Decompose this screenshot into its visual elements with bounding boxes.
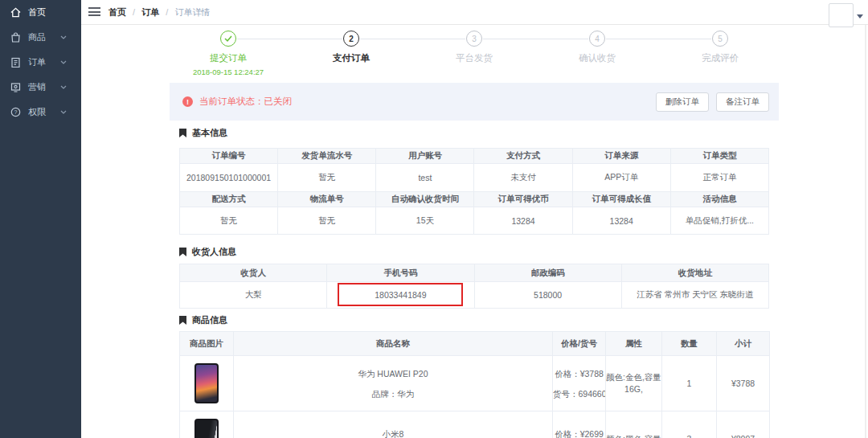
step-label: 提交订单 bbox=[176, 52, 280, 64]
step-number-circle: 3 bbox=[466, 31, 482, 47]
sidebar-item-home[interactable]: 首页 bbox=[0, 0, 81, 25]
header-cell: 价格/货号 bbox=[553, 332, 606, 356]
bookmark-icon bbox=[179, 248, 186, 256]
sidebar-item-label: 商品 bbox=[28, 31, 46, 43]
step-complete-review: 5 完成评价 bbox=[668, 31, 772, 64]
phone-highlight-annotation bbox=[338, 283, 463, 306]
receiver-info-title: 收货人信息 bbox=[179, 246, 236, 258]
header-cell: 订单类型 bbox=[670, 149, 768, 164]
product-price: 价格：¥2699 bbox=[553, 429, 605, 438]
step-number-circle: 2 bbox=[343, 31, 359, 47]
sidebar-item-product[interactable]: 商品 bbox=[0, 25, 81, 50]
product-attrs: 颜色:黑色,容量: bbox=[606, 433, 661, 438]
chevron-down-icon bbox=[60, 110, 67, 114]
logistics-sn-value: 暂无 bbox=[278, 207, 376, 235]
sidebar-item-label: 权限 bbox=[28, 106, 46, 118]
header-cell: 小计 bbox=[717, 332, 770, 356]
sidebar: 首页 商品 订单 营销 ? 权限 bbox=[0, 0, 81, 438]
topbar: 首页 / 订单 / 订单详情 bbox=[81, 0, 868, 25]
sidebar-item-label: 订单 bbox=[28, 56, 46, 68]
order-icon bbox=[10, 57, 21, 68]
avatar[interactable] bbox=[829, 3, 854, 27]
svg-text:?: ? bbox=[14, 109, 18, 115]
order-status-text: 当前订单状态：已关闭 bbox=[199, 96, 292, 108]
header-cell: 发货单流水号 bbox=[278, 149, 376, 164]
product-icon bbox=[10, 32, 21, 43]
order-sn-value: 201809150101000001 bbox=[180, 164, 278, 192]
note-order-button[interactable]: 备注订单 bbox=[716, 92, 769, 112]
header-cell: 商品图片 bbox=[180, 332, 234, 356]
promotion-info-value: 单品促销,打折优... bbox=[670, 207, 768, 235]
product-row: 小米8 价格：¥2699 颜色:黑色,容量: 3 ¥8097 bbox=[180, 411, 770, 438]
user-menu-caret-icon[interactable] bbox=[857, 14, 863, 18]
bookmark-icon bbox=[179, 316, 186, 325]
receiver-address-value: 江苏省 常州市 天宁区 东晓街道 bbox=[621, 282, 768, 309]
header-cell: 商品名称 bbox=[234, 332, 553, 356]
header-cell: 收货地址 bbox=[621, 264, 768, 282]
permission-icon: ? bbox=[10, 107, 21, 117]
product-name: 小米8 bbox=[234, 429, 552, 438]
chevron-down-icon bbox=[60, 85, 67, 89]
breadcrumb-separator: / bbox=[133, 7, 135, 17]
growth-value: 13284 bbox=[572, 207, 670, 235]
header-cell: 数量 bbox=[662, 332, 717, 356]
sidebar-item-permission[interactable]: ? 权限 bbox=[0, 100, 81, 125]
product-subtotal: ¥3788 bbox=[717, 356, 770, 411]
hamburger-icon[interactable] bbox=[88, 7, 100, 17]
product-info-table: 商品图片 商品名称 价格/货号 属性 数量 小计 华为 HUAWEI P20 品… bbox=[179, 331, 770, 438]
basic-info-title: 基本信息 bbox=[179, 127, 227, 139]
step-number-circle: 5 bbox=[712, 31, 728, 47]
pay-type-value: 未支付 bbox=[474, 164, 572, 192]
receiver-postcode-value: 518000 bbox=[474, 282, 621, 309]
delete-order-button[interactable]: 删除订单 bbox=[656, 92, 709, 112]
breadcrumb: 首页 / 订单 / 订单详情 bbox=[108, 0, 210, 24]
order-source-value: APP订单 bbox=[572, 164, 670, 192]
header-cell: 订单编号 bbox=[180, 149, 278, 164]
auto-confirm-days-value: 15天 bbox=[376, 207, 474, 235]
order-type-value: 正常订单 bbox=[670, 164, 768, 192]
delivery-sn-value: 暂无 bbox=[278, 164, 376, 192]
header-cell: 支付方式 bbox=[474, 149, 572, 164]
product-quantity: 1 bbox=[662, 356, 717, 411]
header-cell: 配送方式 bbox=[180, 192, 278, 207]
product-brand: 品牌：华为 bbox=[234, 389, 552, 399]
step-check-circle bbox=[220, 31, 236, 47]
header-cell: 订单来源 bbox=[572, 149, 670, 164]
coin-value: 13284 bbox=[474, 207, 572, 235]
product-price: 价格：¥3788 bbox=[553, 369, 605, 379]
sidebar-item-order[interactable]: 订单 bbox=[0, 50, 81, 75]
header-cell: 自动确认收货时间 bbox=[376, 192, 474, 207]
header-cell: 收货人 bbox=[180, 264, 327, 282]
step-platform-ship: 3 平台发货 bbox=[422, 31, 526, 64]
check-icon bbox=[224, 35, 232, 42]
product-attrs: 16G, bbox=[606, 383, 661, 395]
product-row: 华为 HUAWEI P20 品牌：华为 价格：¥3788 货号：6946605 … bbox=[180, 356, 770, 411]
home-icon bbox=[10, 7, 21, 18]
scrollbar-track[interactable] bbox=[865, 25, 866, 438]
sidebar-item-label: 首页 bbox=[28, 6, 46, 18]
step-timestamp: 2018-09-15 12:24:27 bbox=[176, 68, 280, 76]
sidebar-item-marketing[interactable]: 营销 bbox=[0, 75, 81, 100]
product-name: 华为 HUAWEI P20 bbox=[234, 369, 552, 379]
step-confirm-receipt: 4 确认收货 bbox=[545, 31, 649, 64]
sidebar-item-label: 营销 bbox=[28, 81, 46, 93]
xiaomi-mi8-photo bbox=[194, 419, 219, 438]
receiver-name-value: 大梨 bbox=[180, 282, 327, 309]
breadcrumb-order[interactable]: 订单 bbox=[141, 7, 159, 17]
step-label: 确认收货 bbox=[545, 52, 649, 64]
bookmark-icon bbox=[179, 129, 186, 137]
header-cell: 邮政编码 bbox=[474, 264, 621, 282]
exclamation-icon: ! bbox=[182, 96, 193, 107]
product-attrs: 颜色:金色,容量: bbox=[606, 371, 661, 383]
step-label: 完成评价 bbox=[668, 52, 772, 64]
header-cell: 手机号码 bbox=[327, 264, 474, 282]
header-cell: 订单可得优币 bbox=[474, 192, 572, 207]
step-label: 支付订单 bbox=[299, 52, 403, 64]
product-info-title: 商品信息 bbox=[179, 314, 227, 326]
breadcrumb-home[interactable]: 首页 bbox=[108, 7, 126, 17]
marketing-icon bbox=[10, 82, 21, 92]
user-account-value: test bbox=[376, 164, 474, 192]
product-quantity: 3 bbox=[662, 411, 717, 438]
chevron-down-icon bbox=[60, 35, 67, 39]
step-pay-order: 2 支付订单 bbox=[299, 31, 403, 64]
